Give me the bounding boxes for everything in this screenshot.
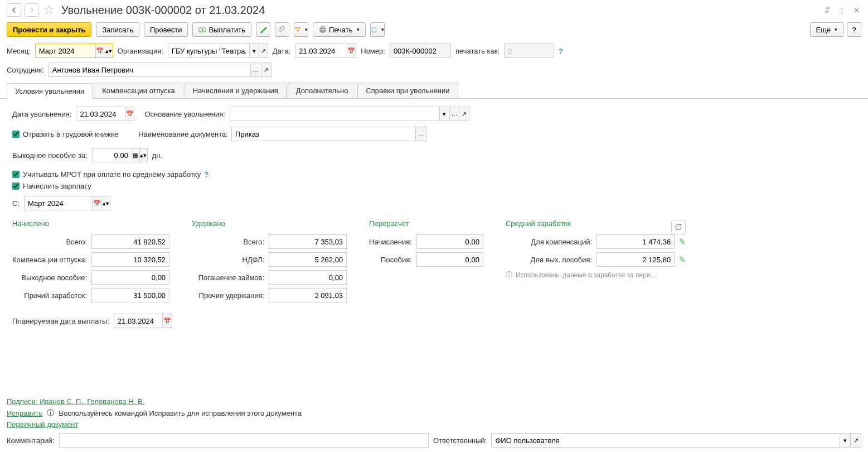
- for-sev-field[interactable]: [597, 252, 675, 267]
- open-icon[interactable]: ↗: [850, 434, 861, 447]
- nav-back-button[interactable]: [7, 3, 21, 17]
- withheld-total-field[interactable]: [269, 234, 347, 249]
- print-as-input[interactable]: [505, 47, 554, 55]
- menu-dots-icon[interactable]: ⋮: [837, 5, 847, 15]
- calendar-icon[interactable]: 📅: [92, 196, 101, 210]
- vacation-comp-input[interactable]: [92, 256, 169, 264]
- pay-button[interactable]: Выплатить: [192, 22, 251, 37]
- stepper-icon[interactable]: ▴▾: [101, 196, 110, 210]
- refresh-button[interactable]: [671, 220, 686, 234]
- create-based-on-button[interactable]: [256, 22, 270, 37]
- for-comp-field[interactable]: [597, 234, 675, 249]
- dropdown-icon[interactable]: ▾: [249, 44, 258, 57]
- tab-certificates[interactable]: Справки при увольнении: [357, 83, 458, 98]
- close-icon[interactable]: ✕: [851, 5, 861, 15]
- comment-field[interactable]: [59, 433, 429, 448]
- employee-field[interactable]: … ↗: [49, 62, 271, 77]
- help-button[interactable]: ?: [847, 22, 861, 37]
- save-button[interactable]: Записать: [96, 22, 139, 37]
- other-income-input[interactable]: [92, 291, 169, 300]
- accrue-checkbox[interactable]: [12, 182, 20, 190]
- from-field[interactable]: 📅 ▴▾: [24, 196, 110, 210]
- calendar-icon[interactable]: 📅: [162, 314, 172, 328]
- select-icon[interactable]: …: [449, 107, 459, 121]
- calendar-icon[interactable]: 📅: [125, 107, 134, 121]
- for-sev-input[interactable]: [597, 256, 674, 264]
- from-input[interactable]: [25, 199, 92, 208]
- severance-input[interactable]: [93, 151, 132, 160]
- vacation-comp-field[interactable]: [91, 252, 169, 267]
- calc-icon[interactable]: ▦: [132, 148, 139, 162]
- structure-button[interactable]: [294, 22, 308, 37]
- month-field[interactable]: 📅 ▴▾: [35, 44, 113, 58]
- dropdown-icon[interactable]: ▾: [840, 434, 850, 447]
- org-field[interactable]: ▾ ↗: [168, 44, 268, 58]
- tab-accruals[interactable]: Начисления и удержания: [185, 83, 287, 98]
- org-input[interactable]: [168, 47, 249, 55]
- help-icon[interactable]: ?: [204, 170, 208, 179]
- doc-name-input[interactable]: [232, 130, 415, 138]
- signatures-link[interactable]: Подписи: Иванов С. П., Голованова Н. В.: [7, 397, 144, 406]
- employee-input[interactable]: [49, 66, 251, 74]
- edit-pencil-icon[interactable]: ✎: [679, 237, 686, 246]
- date-field[interactable]: 📅: [295, 44, 356, 58]
- accrued-total-field[interactable]: [91, 234, 169, 249]
- other-income-field[interactable]: [91, 288, 169, 302]
- edit-pencil-icon[interactable]: ✎: [679, 255, 686, 264]
- date-input[interactable]: [295, 47, 346, 55]
- select-icon[interactable]: …: [250, 63, 260, 76]
- nav-forward-button[interactable]: [25, 3, 39, 17]
- doc-name-field[interactable]: …: [231, 127, 426, 141]
- tab-conditions[interactable]: Условия увольнения: [7, 83, 93, 99]
- dismissal-date-field[interactable]: 📅: [76, 107, 134, 121]
- planned-date-input[interactable]: [114, 317, 162, 325]
- print-as-field[interactable]: [504, 44, 554, 58]
- loan-input[interactable]: [269, 273, 346, 282]
- select-icon[interactable]: …: [415, 127, 426, 141]
- post-and-close-button[interactable]: Провести и закрыть: [7, 22, 91, 37]
- dismissal-date-input[interactable]: [76, 110, 124, 118]
- stepper-icon[interactable]: ▴▾: [104, 44, 112, 57]
- tab-additional[interactable]: Дополнительно: [288, 83, 357, 98]
- ndfl-field[interactable]: [269, 252, 347, 267]
- open-icon[interactable]: ↗: [459, 107, 469, 121]
- post-button[interactable]: Провести: [144, 22, 188, 37]
- dropdown-icon[interactable]: ▾: [439, 107, 449, 121]
- fix-link[interactable]: Исправить: [7, 409, 42, 417]
- mrot-checkbox[interactable]: [12, 171, 20, 178]
- attach-button[interactable]: [275, 22, 289, 37]
- reports-button[interactable]: [370, 22, 385, 37]
- favorite-star-icon[interactable]: [42, 3, 56, 17]
- responsible-field[interactable]: ▾ ↗: [491, 433, 861, 448]
- benefits-input[interactable]: [417, 256, 483, 264]
- reason-field[interactable]: ▾ … ↗: [230, 107, 469, 121]
- accruals-input[interactable]: [417, 238, 483, 246]
- open-icon[interactable]: ↗: [259, 44, 268, 57]
- open-icon[interactable]: ↗: [261, 63, 271, 76]
- link-icon[interactable]: [822, 5, 832, 15]
- accrued-total-input[interactable]: [92, 238, 169, 246]
- tab-compensation[interactable]: Компенсации отпуска: [94, 83, 183, 98]
- severance-pay-input[interactable]: [92, 273, 169, 282]
- stepper-icon[interactable]: ▴▾: [139, 148, 147, 162]
- other-withheld-input[interactable]: [269, 291, 346, 300]
- benefits-field[interactable]: [416, 252, 483, 267]
- planned-date-field[interactable]: 📅: [114, 314, 172, 328]
- ndfl-input[interactable]: [269, 256, 346, 264]
- more-button[interactable]: Еще: [810, 22, 843, 37]
- comment-input[interactable]: [60, 436, 429, 445]
- reason-input[interactable]: [230, 110, 439, 118]
- severance-pay-field[interactable]: [91, 270, 169, 285]
- for-comp-input[interactable]: [597, 238, 674, 246]
- loan-field[interactable]: [269, 270, 347, 285]
- severance-field[interactable]: ▦ ▴▾: [92, 148, 148, 162]
- calendar-icon[interactable]: 📅: [95, 44, 104, 57]
- print-button[interactable]: Печать: [313, 22, 366, 37]
- responsible-input[interactable]: [492, 436, 840, 445]
- reflect-checkbox[interactable]: [12, 131, 20, 138]
- accruals-field[interactable]: [416, 234, 483, 249]
- calendar-icon[interactable]: 📅: [347, 44, 356, 57]
- month-input[interactable]: [36, 47, 95, 55]
- help-icon[interactable]: ?: [559, 47, 563, 55]
- primary-doc-link[interactable]: Первичный документ: [7, 420, 78, 429]
